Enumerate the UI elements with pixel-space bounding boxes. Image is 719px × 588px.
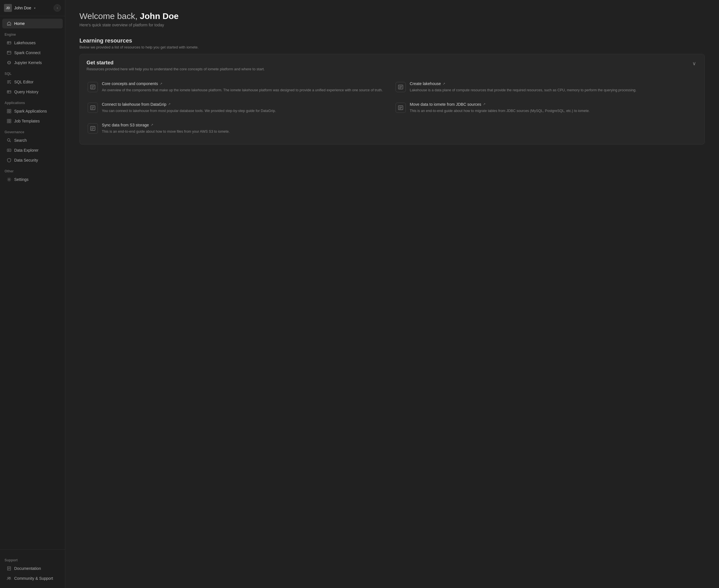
card-title: Get started [86,60,265,66]
svg-rect-14 [7,111,9,113]
card-collapse-button[interactable]: ∨ [691,60,698,67]
external-link-icon: ↗ [151,123,153,127]
learning-resources-section: Learning resources Below we provided a l… [79,37,705,145]
job-templates-icon [7,119,11,123]
sidebar-item-job-templates[interactable]: Job Templates [2,116,63,126]
external-link-icon: ↗ [443,82,445,86]
sidebar-item-label: Lakehouses [14,41,36,45]
resource-body: Connect to lakehouse from DataGrip ↗ You… [102,102,276,114]
data-security-icon [7,158,11,163]
sidebar-header: JD John Doe ▾ ‹ [0,0,65,16]
sidebar-item-label: Home [14,21,25,26]
sidebar-item-home[interactable]: Home [2,19,63,28]
page-subtitle: Here's quick state overview of platform … [79,23,705,27]
sidebar-item-sql-editor[interactable]: SQL Editor [2,77,63,87]
svg-rect-15 [9,111,11,113]
resource-icon [396,103,406,113]
resource-desc: Lakehouse is a data plane of compute res… [410,88,636,93]
section-label-engine: Engine [0,29,65,38]
resource-item-create-lakehouse[interactable]: Create lakehouse ↗ Lakehouse is a data p… [392,77,700,98]
svg-rect-12 [7,109,9,111]
avatar: JD [4,4,12,12]
learning-resources-desc: Below we provided a list of resources to… [79,45,705,49]
sidebar-item-label: Query History [14,90,39,94]
query-history-icon [7,90,11,94]
sidebar-item-label: Documentation [14,566,41,571]
resource-title: Sync data from S3 storage ↗ [102,123,229,127]
sidebar-item-documentation[interactable]: Documentation [2,564,63,573]
sidebar-item-query-history[interactable]: Query History [2,87,63,97]
card-desc: Resources provided here will help you to… [86,67,265,71]
svg-rect-17 [9,119,11,121]
community-icon [7,576,11,581]
sidebar: JD John Doe ▾ ‹ Home Engine [0,0,65,588]
resource-title: Create lakehouse ↗ [410,81,636,86]
data-explorer-icon [7,148,11,152]
sidebar-item-label: SQL Editor [14,80,34,84]
resource-body: Sync data from S3 storage ↗ This is an e… [102,123,229,134]
sidebar-item-settings[interactable]: Settings [2,175,63,184]
sidebar-item-search[interactable]: Search [2,135,63,145]
external-link-icon: ↗ [168,102,171,106]
sidebar-item-data-security[interactable]: Data Security [2,155,63,165]
lakehouses-icon [7,41,11,45]
resource-icon [88,82,98,92]
resource-icon [88,103,98,113]
resource-title: Move data to iomete from JDBC sources ↗ [410,102,590,107]
external-link-icon: ↗ [160,82,162,86]
resource-desc: An overview of the components that make … [102,88,383,93]
section-label-governance: Governance [0,126,65,135]
svg-point-6 [8,51,9,52]
resource-body: Create lakehouse ↗ Lakehouse is a data p… [410,81,636,93]
resource-body: Move data to iomete from JDBC sources ↗ … [410,102,590,114]
get-started-card: Get started Resources provided here will… [79,54,705,145]
welcome-prefix: Welcome back, [79,11,140,21]
resource-icon [396,82,406,92]
resource-item-connect-datagrip[interactable]: Connect to lakehouse from DataGrip ↗ You… [84,98,392,118]
sidebar-collapse-button[interactable]: ‹ [54,4,61,12]
sidebar-item-label: Settings [14,177,29,182]
sidebar-item-spark-connect[interactable]: Spark Connect [2,48,63,58]
sidebar-footer: Support Documentation [0,549,65,588]
section-label-applications: Applications [0,97,65,106]
jupyter-icon [7,60,11,65]
resource-desc: This is an end-to-end guide about how to… [102,129,229,134]
home-icon [7,21,11,26]
page-welcome: Welcome back, John Doe Here's quick stat… [79,11,705,27]
sidebar-item-data-explorer[interactable]: Data Explorer [2,145,63,155]
sidebar-item-spark-applications[interactable]: Spark Applications [2,106,63,116]
sidebar-item-jupyter-kernels[interactable]: Jupyter Kernels [2,58,63,67]
chevron-down-icon: ▾ [34,6,36,9]
section-label-other: Other [0,165,65,174]
sidebar-item-label: Job Templates [14,119,40,123]
svg-point-7 [8,61,11,64]
card-header-text: Get started Resources provided here will… [86,60,265,71]
sql-editor-icon [7,80,11,84]
page-title: Welcome back, John Doe [79,11,705,21]
learning-resources-heading: Learning resources [79,37,705,44]
resource-body: Core concepts and components ↗ An overvi… [102,81,383,93]
resource-title: Connect to lakehouse from DataGrip ↗ [102,102,276,107]
svg-rect-19 [9,121,11,123]
sidebar-item-label: Data Security [14,158,38,163]
svg-point-5 [8,51,8,52]
documentation-icon [7,566,11,571]
svg-point-27 [8,577,9,579]
resource-item-core-concepts[interactable]: Core concepts and components ↗ An overvi… [84,77,392,98]
section-label-sql: SQL [0,68,65,77]
sidebar-nav: Home Engine Lakehouses [0,16,65,547]
resource-item-move-data-jdbc[interactable]: Move data to iomete from JDBC sources ↗ … [392,98,700,118]
search-icon [7,138,11,143]
resource-item-sync-s3[interactable]: Sync data from S3 storage ↗ This is an e… [84,118,392,139]
svg-rect-16 [7,119,9,121]
main-content: Welcome back, John Doe Here's quick stat… [65,0,719,588]
user-menu[interactable]: JD John Doe ▾ [4,4,36,12]
resource-desc: You can connect to lakehouse from most p… [102,108,276,114]
settings-icon [7,177,11,182]
sidebar-item-lakehouses[interactable]: Lakehouses [2,38,63,48]
sidebar-item-label: Spark Applications [14,109,47,113]
svg-rect-18 [7,121,9,123]
sidebar-item-community-support[interactable]: Community & Support [2,573,63,583]
svg-rect-9 [7,91,11,93]
sidebar-item-label: Community & Support [14,576,53,581]
